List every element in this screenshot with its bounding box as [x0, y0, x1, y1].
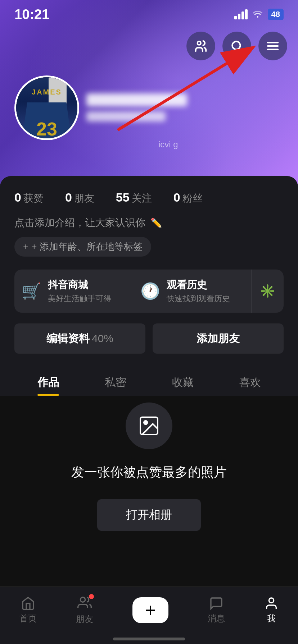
feature-star[interactable]: ✳️: [252, 270, 284, 313]
tabs-row: 作品 私密 收藏 喜欢: [14, 368, 284, 396]
tab-favorites[interactable]: 收藏: [149, 368, 216, 396]
signal-icon: [234, 9, 248, 19]
stat-likes: 0 获赞: [14, 190, 44, 205]
svg-point-0: [198, 41, 201, 45]
star-icon: ✳️: [259, 284, 276, 299]
username-blurred: [86, 93, 187, 106]
svg-point-10: [81, 597, 85, 602]
feature-shop-subtitle: 美好生活触手可得: [48, 293, 126, 304]
avatar-name-text: JAMES: [32, 88, 62, 96]
message-icon: [209, 596, 224, 611]
search-button[interactable]: [222, 32, 251, 60]
status-time: 10:21: [14, 7, 49, 22]
userid-blurred: [86, 111, 166, 121]
bio-row[interactable]: 点击添加介绍，让大家认识你 ✏️: [14, 216, 284, 230]
photo-icon: [137, 414, 161, 437]
stat-following[interactable]: 55 关注: [116, 190, 152, 205]
bottom-nav: 首页 朋友 + 消息 我: [0, 586, 298, 644]
tab-private-label: 私密: [105, 376, 126, 388]
stat-friends: 0 朋友: [65, 190, 94, 205]
nav-plus[interactable]: +: [132, 597, 168, 623]
status-bar: 10:21 48: [0, 0, 298, 29]
stat-followers[interactable]: 0 粉丝: [173, 190, 203, 205]
add-content-button[interactable]: +: [132, 597, 168, 623]
add-tags-label: + 添加年龄、所在地等标签: [31, 240, 142, 253]
username-area: icvi g: [86, 93, 287, 121]
nav-friends[interactable]: 朋友: [76, 595, 93, 625]
friends-notification-dot: [89, 594, 94, 599]
open-album-button[interactable]: 打开相册: [97, 499, 201, 531]
nav-friends-label: 朋友: [76, 613, 93, 625]
add-friend-label: 添加朋友: [197, 331, 240, 346]
open-album-label: 打开相册: [126, 508, 172, 521]
nav-me-label: 我: [267, 613, 276, 624]
status-icons: 48: [234, 8, 284, 21]
tab-works-label: 作品: [37, 376, 59, 388]
svg-line-2: [239, 49, 243, 52]
edit-profile-label: 编辑资料: [46, 331, 90, 346]
avatar-number: 23: [36, 120, 57, 138]
avatar-container: JAMES 23: [14, 75, 79, 140]
svg-point-11: [269, 598, 274, 603]
wifi-icon: [252, 8, 263, 21]
edit-profile-button[interactable]: 编辑资料 40%: [14, 323, 145, 354]
following-count: 55: [116, 190, 130, 204]
likes-count: 0: [14, 190, 21, 204]
userid-suffix: icvi g: [158, 139, 178, 150]
empty-content: 发一张你被点赞最多的照片 打开相册: [0, 374, 298, 531]
home-icon: [21, 596, 35, 611]
followers-count: 0: [173, 190, 180, 204]
nav-friends-icon-wrap: [77, 595, 92, 611]
top-actions: [186, 32, 287, 60]
bio-edit-icon[interactable]: ✏️: [150, 217, 162, 229]
menu-button[interactable]: [258, 32, 287, 60]
plus-icon: +: [145, 601, 156, 620]
feature-shop-title: 抖音商城: [48, 278, 126, 292]
add-tags-plus: +: [23, 241, 28, 252]
nav-home-label: 首页: [19, 613, 37, 624]
tab-likes[interactable]: 喜欢: [216, 368, 284, 396]
action-buttons: 编辑资料 40% 添加朋友: [14, 323, 284, 354]
history-icon: 🕐: [140, 283, 160, 299]
me-icon: [264, 596, 279, 611]
friends-count: 0: [65, 190, 72, 204]
tab-private[interactable]: 私密: [82, 368, 149, 396]
nav-message-label: 消息: [208, 613, 225, 624]
add-tags-button[interactable]: + + 添加年龄、所在地等标签: [14, 237, 151, 257]
avatar[interactable]: JAMES 23: [14, 75, 79, 140]
stats-row: 0 获赞 0 朋友 55 关注 0 粉丝: [14, 190, 284, 205]
tab-works[interactable]: 作品: [14, 368, 82, 396]
stats-section: 0 获赞 0 朋友 55 关注 0 粉丝 点击添加介绍，让大家认识你 ✏️ + …: [0, 176, 298, 396]
tab-favorites-label: 收藏: [172, 376, 194, 388]
battery-icon: 48: [268, 9, 284, 20]
followers-label: 粉丝: [182, 192, 203, 205]
features-row: 🛒 抖音商城 美好生活触手可得 🕐 观看历史 快速找到观看历史 ✳️: [14, 270, 284, 313]
nav-message[interactable]: 消息: [208, 596, 225, 624]
feature-shop-texts: 抖音商城 美好生活触手可得: [48, 278, 126, 304]
feature-history-texts: 观看历史 快速找到观看历史: [167, 278, 244, 304]
edit-profile-percent: 40%: [92, 332, 113, 345]
friends-label: 朋友: [74, 192, 94, 205]
home-indicator: [113, 638, 185, 640]
nav-me[interactable]: 我: [264, 596, 279, 624]
friends-button[interactable]: [186, 32, 215, 60]
likes-label: 获赞: [23, 192, 44, 205]
svg-point-9: [144, 421, 147, 424]
add-friend-button[interactable]: 添加朋友: [153, 323, 284, 354]
feature-history[interactable]: 🕐 观看历史 快速找到观看历史: [133, 270, 252, 313]
empty-title: 发一张你被点赞最多的照片: [71, 464, 227, 481]
shop-icon: 🛒: [22, 283, 41, 299]
following-label: 关注: [132, 192, 152, 205]
feature-shop[interactable]: 🛒 抖音商城 美好生活触手可得: [14, 270, 133, 313]
empty-icon-circle: [126, 402, 172, 449]
feature-history-subtitle: 快速找到观看历史: [167, 293, 244, 304]
tags-row: + + 添加年龄、所在地等标签: [14, 237, 284, 257]
bio-text: 点击添加介绍，让大家认识你: [14, 216, 145, 230]
nav-home[interactable]: 首页: [19, 596, 37, 624]
tab-likes-label: 喜欢: [239, 376, 261, 388]
feature-history-title: 观看历史: [167, 278, 244, 292]
